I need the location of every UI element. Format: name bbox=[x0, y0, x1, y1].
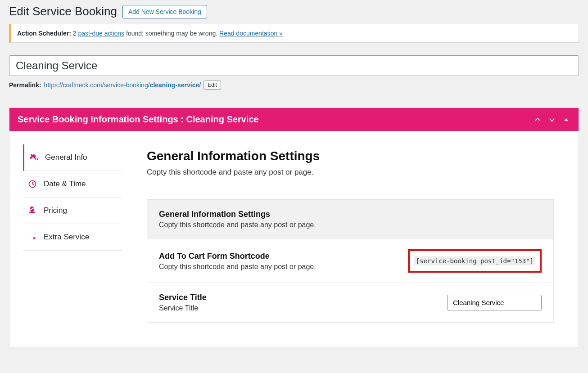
tab-pricing[interactable]: Pricing bbox=[23, 198, 122, 224]
notice-count: 2 bbox=[73, 30, 77, 37]
row-title: General Information Settings bbox=[159, 210, 542, 219]
tab-label: General Info bbox=[45, 153, 87, 162]
tools-icon bbox=[29, 153, 39, 162]
service-title-input[interactable] bbox=[447, 295, 542, 310]
clock-icon bbox=[27, 179, 37, 189]
add-new-service-booking-button[interactable]: Add New Service Booking bbox=[122, 5, 207, 18]
permalink-label: Permalink: bbox=[9, 81, 41, 89]
tab-label: Pricing bbox=[44, 206, 67, 215]
row-title: Service Title bbox=[159, 293, 447, 302]
collapse-triangle-icon[interactable] bbox=[562, 116, 570, 124]
section-description: Copty this shortcode and paste any post … bbox=[147, 168, 554, 177]
tab-label: Extra Service bbox=[44, 233, 89, 242]
shortcode-row: Add To Cart Form Shortcode Copty this sh… bbox=[147, 239, 553, 283]
shortcode-code[interactable]: [service-booking post_id="153"] bbox=[414, 256, 535, 265]
post-title-input[interactable] bbox=[9, 55, 579, 76]
tab-label: Date & Time bbox=[44, 180, 86, 189]
service-title-row: Service Title Service Title bbox=[147, 283, 553, 322]
tab-extra-service[interactable]: Extra Service bbox=[23, 224, 122, 251]
page-title: Edit Service Booking bbox=[9, 4, 117, 18]
permalink-edit-button[interactable]: Edit bbox=[204, 81, 221, 90]
past-due-actions-link[interactable]: past-due actions bbox=[78, 30, 124, 37]
row-description: Copty this shortcode and paste any post … bbox=[159, 263, 408, 271]
chevron-down-icon[interactable] bbox=[548, 116, 556, 124]
row-description: Copty this shortcode and paste any post … bbox=[159, 221, 542, 229]
extra-service-icon bbox=[27, 232, 37, 242]
chevron-up-icon[interactable] bbox=[534, 116, 542, 124]
shortcode-highlight-box: [service-booking post_id="153"] bbox=[408, 249, 542, 273]
general-info-settings-table: General Information Settings Copty this … bbox=[147, 199, 554, 323]
action-scheduler-notice: Action Scheduler: 2 past-due actions fou… bbox=[9, 24, 579, 43]
row-description: Service Title bbox=[159, 304, 447, 312]
section-title: General Information Settings bbox=[147, 149, 554, 163]
tab-general-info[interactable]: General Info bbox=[23, 144, 122, 171]
settings-tabs: General Info Date & Time Pricing bbox=[9, 131, 122, 347]
svg-marker-0 bbox=[564, 118, 568, 121]
row-title: Add To Cart Form Shortcode bbox=[159, 252, 408, 261]
read-documentation-link[interactable]: Read documentation » bbox=[219, 30, 283, 37]
pricing-icon bbox=[27, 206, 37, 216]
permalink-url-link[interactable]: https://craftneck.com/service-booking/cl… bbox=[44, 81, 201, 89]
service-booking-settings-panel: Service Booking Information Settings : C… bbox=[9, 108, 579, 347]
notice-prefix: Action Scheduler: bbox=[17, 30, 71, 37]
notice-middle: found; something may be wrong. bbox=[124, 30, 219, 37]
panel-title: Service Booking Information Settings : C… bbox=[18, 114, 259, 125]
tab-date-time[interactable]: Date & Time bbox=[23, 171, 122, 198]
settings-header-row: General Information Settings Copty this … bbox=[147, 200, 553, 239]
